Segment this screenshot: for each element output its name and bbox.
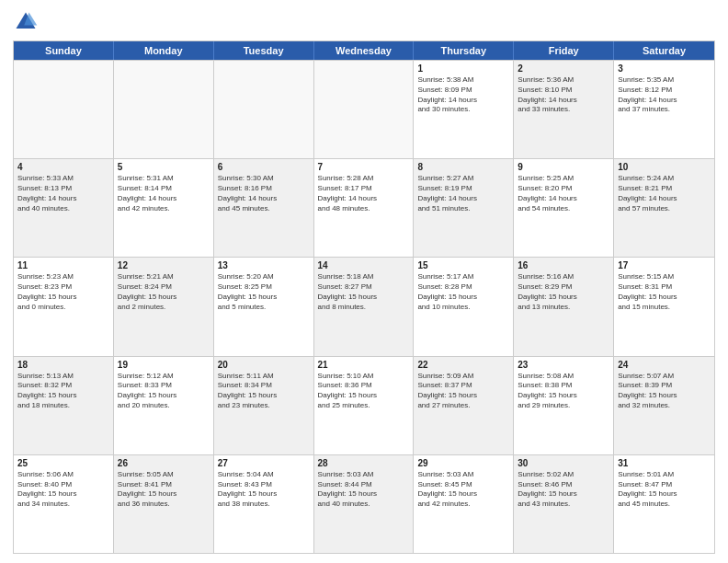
cell-text: Sunrise: 5:17 AM Sunset: 8:28 PM Dayligh… — [417, 272, 509, 312]
calendar-cell — [114, 61, 214, 158]
cell-text: Sunrise: 5:16 AM Sunset: 8:29 PM Dayligh… — [518, 272, 609, 312]
day-number: 7 — [318, 162, 410, 172]
day-number: 24 — [618, 360, 711, 370]
cell-text: Sunrise: 5:31 AM Sunset: 8:14 PM Dayligh… — [118, 174, 210, 213]
cell-text: Sunrise: 5:25 AM Sunset: 8:20 PM Dayligh… — [518, 174, 609, 213]
day-number: 11 — [17, 260, 109, 270]
cell-text: Sunrise: 5:30 AM Sunset: 8:16 PM Dayligh… — [218, 174, 310, 213]
day-number: 15 — [417, 260, 509, 270]
cell-text: Sunrise: 5:03 AM Sunset: 8:45 PM Dayligh… — [417, 470, 509, 510]
day-number: 28 — [318, 458, 410, 468]
cell-text: Sunrise: 5:04 AM Sunset: 8:43 PM Dayligh… — [218, 470, 310, 510]
day-number: 10 — [618, 162, 711, 172]
calendar-cell: 8Sunrise: 5:27 AM Sunset: 8:19 PM Daylig… — [414, 159, 514, 257]
day-number: 17 — [618, 260, 711, 270]
calendar-cell: 2Sunrise: 5:36 AM Sunset: 8:10 PM Daylig… — [514, 61, 614, 158]
calendar-cell: 20Sunrise: 5:11 AM Sunset: 8:34 PM Dayli… — [214, 357, 314, 454]
calendar-cell: 12Sunrise: 5:21 AM Sunset: 8:24 PM Dayli… — [114, 258, 214, 355]
calendar-cell: 16Sunrise: 5:16 AM Sunset: 8:29 PM Dayli… — [514, 258, 614, 355]
calendar-cell: 31Sunrise: 5:01 AM Sunset: 8:47 PM Dayli… — [614, 455, 714, 553]
cell-text: Sunrise: 5:11 AM Sunset: 8:34 PM Dayligh… — [218, 372, 310, 411]
calendar-cell: 30Sunrise: 5:02 AM Sunset: 8:46 PM Dayli… — [514, 455, 614, 553]
calendar-cell: 11Sunrise: 5:23 AM Sunset: 8:23 PM Dayli… — [14, 258, 114, 355]
day-number: 30 — [518, 458, 609, 468]
calendar-row: 25Sunrise: 5:06 AM Sunset: 8:40 PM Dayli… — [14, 454, 714, 553]
cell-text: Sunrise: 5:18 AM Sunset: 8:27 PM Dayligh… — [318, 272, 410, 312]
cell-text: Sunrise: 5:21 AM Sunset: 8:24 PM Dayligh… — [118, 272, 210, 312]
calendar-cell: 3Sunrise: 5:35 AM Sunset: 8:12 PM Daylig… — [614, 61, 714, 158]
cell-text: Sunrise: 5:01 AM Sunset: 8:47 PM Dayligh… — [618, 470, 711, 510]
cell-text: Sunrise: 5:36 AM Sunset: 8:10 PM Dayligh… — [518, 75, 609, 115]
calendar-header-row: SundayMondayTuesdayWednesdayThursdayFrid… — [14, 41, 714, 60]
calendar-cell: 23Sunrise: 5:08 AM Sunset: 8:38 PM Dayli… — [514, 357, 614, 454]
cell-text: Sunrise: 5:20 AM Sunset: 8:25 PM Dayligh… — [218, 272, 310, 312]
day-number: 21 — [318, 360, 410, 370]
cell-text: Sunrise: 5:05 AM Sunset: 8:41 PM Dayligh… — [118, 470, 210, 510]
calendar-cell: 24Sunrise: 5:07 AM Sunset: 8:39 PM Dayli… — [614, 357, 714, 454]
logo-icon — [13, 9, 39, 35]
calendar-cell: 13Sunrise: 5:20 AM Sunset: 8:25 PM Dayli… — [214, 258, 314, 355]
day-number: 18 — [17, 360, 109, 370]
calendar-row: 18Sunrise: 5:13 AM Sunset: 8:32 PM Dayli… — [14, 356, 714, 454]
calendar-cell: 17Sunrise: 5:15 AM Sunset: 8:31 PM Dayli… — [614, 258, 714, 355]
day-number: 20 — [218, 360, 310, 370]
calendar-header-cell: Monday — [114, 41, 214, 60]
calendar-row: 4Sunrise: 5:33 AM Sunset: 8:13 PM Daylig… — [14, 158, 714, 257]
day-number: 1 — [417, 63, 509, 74]
calendar-cell — [314, 61, 415, 158]
calendar-row: 11Sunrise: 5:23 AM Sunset: 8:23 PM Dayli… — [14, 257, 714, 355]
calendar-cell: 7Sunrise: 5:28 AM Sunset: 8:17 PM Daylig… — [314, 159, 415, 257]
page: SundayMondayTuesdayWednesdayThursdayFrid… — [0, 0, 728, 563]
calendar-cell: 28Sunrise: 5:03 AM Sunset: 8:44 PM Dayli… — [314, 455, 415, 553]
calendar-cell: 1Sunrise: 5:38 AM Sunset: 8:09 PM Daylig… — [414, 61, 514, 158]
day-number: 22 — [417, 360, 509, 370]
cell-text: Sunrise: 5:02 AM Sunset: 8:46 PM Dayligh… — [518, 470, 609, 510]
cell-text: Sunrise: 5:35 AM Sunset: 8:12 PM Dayligh… — [618, 75, 711, 115]
calendar-header-cell: Thursday — [414, 41, 514, 60]
cell-text: Sunrise: 5:12 AM Sunset: 8:33 PM Dayligh… — [118, 372, 210, 411]
cell-text: Sunrise: 5:10 AM Sunset: 8:36 PM Dayligh… — [318, 372, 410, 411]
header — [13, 9, 715, 35]
logo — [13, 9, 42, 35]
day-number: 16 — [518, 260, 609, 270]
cell-text: Sunrise: 5:08 AM Sunset: 8:38 PM Dayligh… — [518, 372, 609, 411]
day-number: 26 — [118, 458, 210, 468]
cell-text: Sunrise: 5:23 AM Sunset: 8:23 PM Dayligh… — [17, 272, 109, 312]
calendar-header-cell: Friday — [514, 41, 614, 60]
calendar-cell: 25Sunrise: 5:06 AM Sunset: 8:40 PM Dayli… — [14, 455, 114, 553]
day-number: 23 — [518, 360, 609, 370]
day-number: 31 — [618, 458, 711, 468]
calendar-header-cell: Sunday — [14, 41, 114, 60]
calendar: SundayMondayTuesdayWednesdayThursdayFrid… — [13, 40, 715, 554]
day-number: 5 — [118, 162, 210, 172]
day-number: 29 — [417, 458, 509, 468]
calendar-cell: 5Sunrise: 5:31 AM Sunset: 8:14 PM Daylig… — [114, 159, 214, 257]
calendar-cell: 22Sunrise: 5:09 AM Sunset: 8:37 PM Dayli… — [414, 357, 514, 454]
calendar-cell: 10Sunrise: 5:24 AM Sunset: 8:21 PM Dayli… — [614, 159, 714, 257]
calendar-body: 1Sunrise: 5:38 AM Sunset: 8:09 PM Daylig… — [14, 60, 714, 553]
calendar-cell — [214, 61, 314, 158]
day-number: 19 — [118, 360, 210, 370]
cell-text: Sunrise: 5:06 AM Sunset: 8:40 PM Dayligh… — [17, 470, 109, 510]
calendar-row: 1Sunrise: 5:38 AM Sunset: 8:09 PM Daylig… — [14, 60, 714, 158]
day-number: 12 — [118, 260, 210, 270]
day-number: 6 — [218, 162, 310, 172]
calendar-cell — [14, 61, 114, 158]
day-number: 9 — [518, 162, 609, 172]
calendar-cell: 19Sunrise: 5:12 AM Sunset: 8:33 PM Dayli… — [114, 357, 214, 454]
calendar-cell: 14Sunrise: 5:18 AM Sunset: 8:27 PM Dayli… — [314, 258, 415, 355]
day-number: 27 — [218, 458, 310, 468]
day-number: 8 — [417, 162, 509, 172]
cell-text: Sunrise: 5:33 AM Sunset: 8:13 PM Dayligh… — [17, 174, 109, 213]
calendar-cell: 18Sunrise: 5:13 AM Sunset: 8:32 PM Dayli… — [14, 357, 114, 454]
cell-text: Sunrise: 5:13 AM Sunset: 8:32 PM Dayligh… — [17, 372, 109, 411]
day-number: 13 — [218, 260, 310, 270]
calendar-header-cell: Saturday — [614, 41, 714, 60]
calendar-cell: 26Sunrise: 5:05 AM Sunset: 8:41 PM Dayli… — [114, 455, 214, 553]
day-number: 2 — [518, 63, 609, 74]
calendar-cell: 21Sunrise: 5:10 AM Sunset: 8:36 PM Dayli… — [314, 357, 415, 454]
calendar-cell: 4Sunrise: 5:33 AM Sunset: 8:13 PM Daylig… — [14, 159, 114, 257]
cell-text: Sunrise: 5:38 AM Sunset: 8:09 PM Dayligh… — [417, 75, 509, 115]
cell-text: Sunrise: 5:24 AM Sunset: 8:21 PM Dayligh… — [618, 174, 711, 213]
calendar-cell: 29Sunrise: 5:03 AM Sunset: 8:45 PM Dayli… — [414, 455, 514, 553]
